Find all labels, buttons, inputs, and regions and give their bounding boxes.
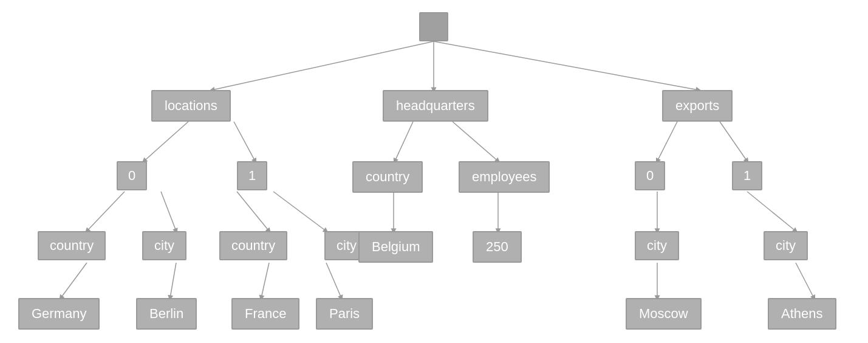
- exp0-city-node: city: [635, 231, 679, 260]
- svg-line-0: [212, 41, 434, 90]
- svg-line-19: [261, 263, 269, 298]
- paris-node: Paris: [316, 298, 373, 330]
- hq-employees-node: employees: [459, 161, 550, 193]
- loc0-country-node: country: [38, 231, 106, 260]
- svg-line-4: [234, 122, 255, 161]
- svg-line-2: [434, 41, 699, 90]
- svg-line-12: [273, 192, 326, 231]
- root-node: [419, 12, 448, 41]
- locations-node: locations: [151, 90, 231, 122]
- svg-line-11: [237, 192, 269, 231]
- loc-1-node: 1: [237, 161, 267, 190]
- tree-diagram: locations headquarters exports 0 1 count…: [0, 0, 868, 343]
- headquarters-node: headquarters: [383, 90, 488, 122]
- svg-line-22: [796, 263, 814, 298]
- hq-250-node: 250: [473, 231, 522, 263]
- france-node: France: [231, 298, 299, 330]
- svg-line-10: [161, 192, 176, 231]
- loc0-city-node: city: [142, 231, 186, 260]
- berlin-node: Berlin: [136, 298, 197, 330]
- exports-node: exports: [662, 90, 733, 122]
- svg-line-18: [170, 263, 176, 298]
- svg-line-20: [326, 263, 341, 298]
- exp-1-node: 1: [732, 161, 762, 190]
- svg-line-8: [720, 122, 747, 161]
- svg-line-5: [395, 122, 413, 161]
- svg-line-16: [747, 192, 796, 231]
- moscow-node: Moscow: [626, 298, 702, 330]
- hq-country-node: country: [352, 161, 423, 193]
- exp-0-node: 0: [635, 161, 665, 190]
- svg-line-9: [87, 192, 125, 231]
- svg-line-7: [657, 122, 677, 161]
- svg-line-3: [144, 122, 188, 161]
- loc-0-node: 0: [117, 161, 147, 190]
- svg-line-6: [453, 122, 498, 161]
- svg-line-17: [61, 263, 87, 298]
- loc1-country-node: country: [219, 231, 287, 260]
- germany-node: Germany: [18, 298, 100, 330]
- hq-belgium-node: Belgium: [358, 231, 433, 263]
- athens-node: Athens: [768, 298, 836, 330]
- exp1-city-node: city: [764, 231, 808, 260]
